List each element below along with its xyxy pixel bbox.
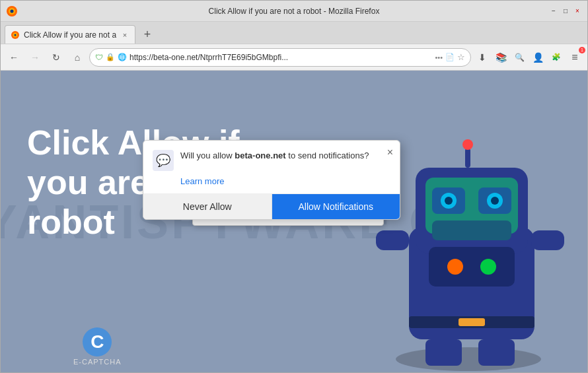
popup-domain: beta-one.net (235, 151, 285, 160)
minimize-button[interactable]: − (549, 7, 558, 16)
maximize-button[interactable]: □ (561, 7, 570, 16)
ecaptcha-icon: C (83, 327, 112, 356)
home-icon: ⌂ (75, 52, 80, 63)
svg-rect-19 (429, 247, 515, 287)
address-bar-globe: 🌐 (118, 53, 127, 61)
svg-point-17 (462, 139, 473, 150)
svg-rect-23 (478, 339, 515, 366)
nav-icons-right: ⬇ 📚 🔍 👤 🧩 ≡ 1 (474, 49, 583, 66)
notification-badge: 1 (579, 47, 585, 53)
hamburger-icon: ≡ (571, 51, 577, 63)
svg-rect-18 (432, 220, 511, 240)
page-content: MYANTISPYWARE.COM Click Allow if you are… (1, 71, 587, 372)
title-bar-controls: − □ × (549, 7, 582, 16)
popup-chat-icon: 💬 (153, 150, 174, 171)
svg-rect-24 (376, 230, 409, 250)
popup-learn-more: Learn more (143, 175, 400, 193)
home-button[interactable]: ⌂ (68, 48, 87, 67)
url-display: https://beta-one.net/NtprrhT7E69i5bGMbpf… (129, 53, 432, 62)
active-tab[interactable]: Click Allow if you are not a × (5, 25, 135, 44)
address-bar[interactable]: 🛡 🔒 🌐 https://beta-one.net/NtprrhT7E69i5… (89, 48, 471, 67)
never-allow-button[interactable]: Never Allow (143, 194, 272, 219)
popup-actions: Never Allow Allow Notifications (143, 193, 400, 219)
svg-rect-16 (465, 148, 470, 168)
popup-message-before: Will you allow (180, 151, 235, 160)
allow-notifications-button[interactable]: Allow Notifications (272, 194, 400, 219)
svg-point-12 (445, 197, 453, 205)
account-button[interactable]: 👤 (529, 49, 546, 66)
svg-point-2 (11, 9, 14, 13)
forward-icon: → (30, 52, 40, 63)
forward-button[interactable]: → (26, 48, 44, 67)
tab-close-button[interactable]: × (120, 30, 129, 40)
learn-more-link[interactable]: Learn more (180, 176, 224, 186)
browser-title: Click Allow if you are not a robot - Moz… (209, 7, 380, 16)
bookmark-star-icon[interactable]: ☆ (457, 52, 465, 62)
title-bar-left (6, 5, 18, 17)
download-button[interactable]: ⬇ (474, 49, 491, 66)
popup-message: Will you allow beta-one.net to send noti… (180, 150, 390, 162)
more-options-icon: ••• (435, 53, 443, 61)
svg-point-20 (447, 259, 463, 275)
reader-icon: 📄 (445, 53, 455, 61)
popup-close-button[interactable]: × (387, 147, 393, 158)
svg-point-15 (491, 197, 499, 205)
lock-icon: 🔒 (106, 53, 115, 61)
svg-rect-25 (531, 230, 564, 250)
reload-button[interactable]: ↻ (47, 48, 65, 67)
svg-point-6 (396, 347, 541, 371)
tab-bar: Click Allow if you are not a × + (1, 22, 587, 44)
popup-message-after: to send notifications? (286, 151, 369, 160)
browser-window: Click Allow if you are not a robot - Moz… (0, 0, 588, 373)
firefox-icon (6, 5, 18, 17)
ecaptcha-logo: C E-CAPTCHA (73, 327, 122, 366)
popup-header: 💬 Will you allow beta-one.net to send no… (143, 141, 400, 175)
back-button[interactable]: ← (5, 48, 23, 67)
menu-button[interactable]: ≡ 1 (566, 49, 583, 66)
zoom-button[interactable]: 🔍 (511, 49, 528, 66)
extensions-button[interactable]: 🧩 (548, 49, 565, 66)
reload-icon: ↻ (52, 52, 60, 63)
back-icon: ← (9, 52, 18, 63)
title-bar: Click Allow if you are not a robot - Moz… (1, 1, 587, 22)
svg-rect-22 (425, 339, 462, 366)
notification-popup: 💬 Will you allow beta-one.net to send no… (143, 140, 400, 220)
close-button[interactable]: × (573, 7, 582, 16)
nav-bar: ← → ↻ ⌂ 🛡 🔒 🌐 https://beta-one.net/Ntprr… (1, 44, 587, 71)
tab-title: Click Allow if you are not a (24, 30, 116, 40)
svg-point-5 (15, 34, 17, 36)
svg-rect-27 (459, 318, 485, 326)
tab-favicon (11, 30, 20, 40)
svg-point-21 (480, 259, 496, 275)
shield-icon: 🛡 (95, 53, 103, 62)
ecaptcha-label: E-CAPTCHA (73, 358, 122, 366)
new-tab-button[interactable]: + (138, 25, 157, 44)
bookmarks-button[interactable]: 📚 (492, 49, 509, 66)
